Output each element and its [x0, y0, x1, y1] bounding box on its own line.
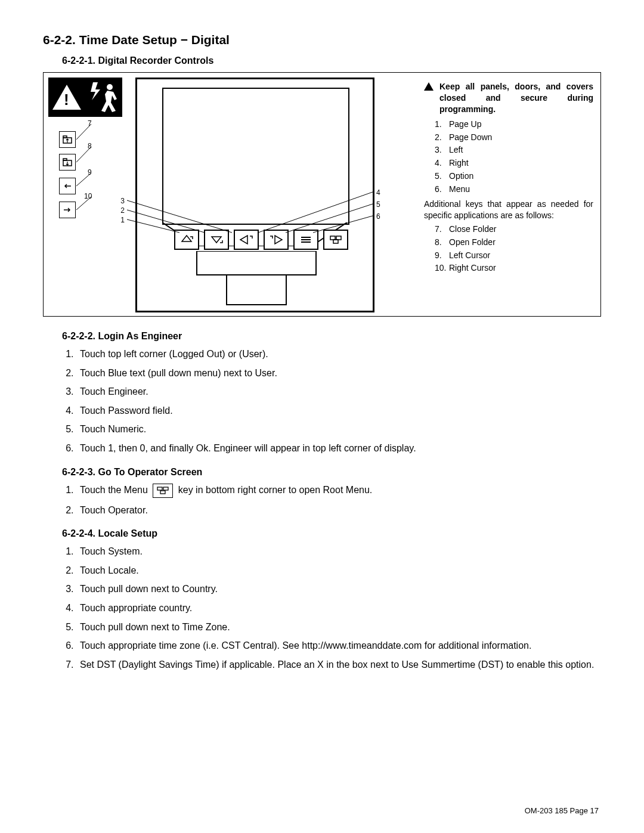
main-heading: 6-2-2. Time Date Setup − Digital [43, 33, 601, 47]
legend-list-extra: 7.Close Folder 8.Open Folder 9.Left Curs… [435, 224, 593, 274]
list-item: Touch appropriate country. [76, 602, 601, 615]
sub-heading-controls: 6-2-2-1. Digital Recorder Controls [62, 55, 601, 66]
right-callout-lines [253, 186, 379, 240]
step-text-b: key in bottom right corner to open Root … [178, 485, 373, 495]
callout-label-2: 2 [119, 206, 125, 215]
svg-rect-19 [333, 240, 338, 243]
recorder-lower-panel [137, 251, 373, 311]
step-text-a: Touch the Menu [80, 485, 148, 495]
locale-steps-list: Touch System. Touch Locale. Touch pull d… [62, 545, 601, 671]
list-item: Touch top left corner (Logged Out) or (U… [76, 348, 601, 361]
list-item: Touch Numeric. [76, 423, 601, 436]
svg-line-22 [127, 200, 232, 233]
menu-key-inline-icon [153, 484, 173, 498]
callout-label-3: 3 [119, 197, 125, 205]
list-item: Touch Password field. [76, 404, 601, 417]
list-item: Touch pull down next to Country. [76, 583, 601, 596]
legend-list-main: 1.Page Up 2.Page Down 3.Left 4.Right 5.O… [435, 119, 593, 195]
sub-heading-login: 6-2-2-2. Login As Engineer [62, 331, 601, 342]
svg-rect-29 [163, 487, 168, 490]
sub-heading-goto-operator: 6-2-2-3. Go To Operator Screen [62, 467, 601, 478]
legend-warning: Keep all panels, doors, and covers close… [424, 81, 593, 115]
list-item: Touch Blue text (pull down menu) next to… [76, 367, 601, 380]
list-item: Touch Operator. [76, 504, 601, 517]
legend-additional-text: Additional keys that appear as needed fo… [424, 199, 593, 221]
list-item: Set DST (Daylight Savings Time) if appli… [76, 658, 601, 671]
figure-box: 7 8 9 10 [43, 72, 601, 317]
legend-warning-text: Keep all panels, doors, and covers close… [439, 81, 593, 115]
list-item: Touch the Menu key in bottom right corne… [76, 484, 601, 498]
svg-line-25 [258, 192, 373, 233]
svg-rect-20 [197, 251, 316, 275]
svg-line-6 [76, 124, 91, 140]
triangle-up-icon [424, 82, 434, 91]
list-item: Touch Engineer. [76, 385, 601, 398]
list-item: Touch appropriate time zone (i.e. CST Ce… [76, 639, 601, 652]
svg-line-7 [76, 147, 91, 162]
legend-column: Keep all panels, doors, and covers close… [424, 81, 593, 277]
svg-line-9 [76, 197, 91, 210]
list-item: Touch pull down next to Time Zone. [76, 621, 601, 634]
svg-rect-28 [157, 487, 162, 490]
list-item: Touch System. [76, 545, 601, 558]
page-footer: OM-203 185 Page 17 [525, 806, 599, 815]
svg-rect-21 [227, 275, 286, 305]
callout-label-1: 1 [119, 216, 125, 224]
login-steps-list: Touch top left corner (Logged Out) or (U… [62, 348, 601, 455]
sub-heading-locale: 6-2-2-4. Locale Setup [62, 528, 601, 539]
goto-operator-steps-list: Touch the Menu key in bottom right corne… [62, 484, 601, 517]
svg-rect-30 [160, 491, 165, 494]
page: 6-2-2. Time Date Setup − Digital 6-2-2-1… [0, 0, 644, 833]
svg-line-8 [76, 173, 91, 186]
left-callout-lines [125, 192, 256, 240]
svg-line-24 [127, 219, 179, 233]
list-item: Touch Locale. [76, 564, 601, 577]
list-item: Touch 1, then 0, and finally Ok. Enginee… [76, 442, 601, 455]
svg-line-27 [313, 216, 373, 233]
